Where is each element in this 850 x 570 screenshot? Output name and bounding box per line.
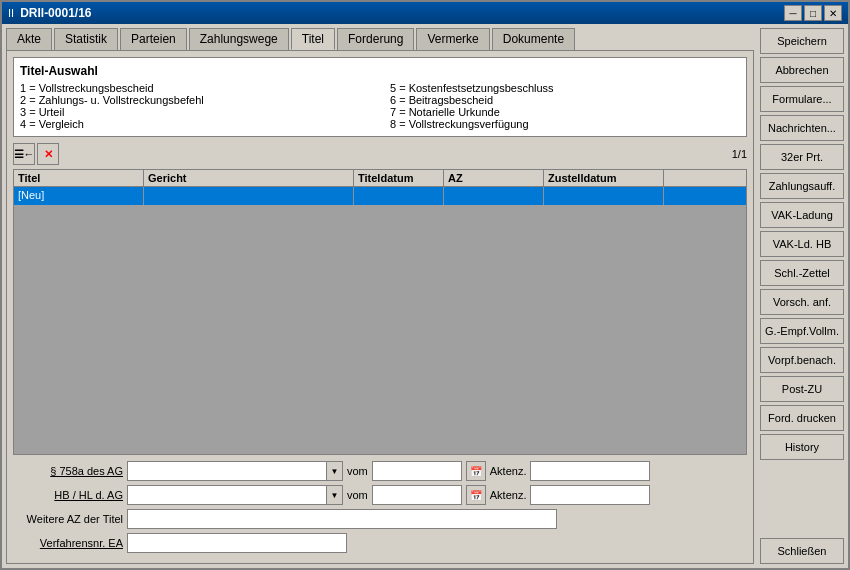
- dropdown-758a[interactable]: ▼: [127, 461, 343, 481]
- maximize-button[interactable]: □: [804, 5, 822, 21]
- tab-statistik[interactable]: Statistik: [54, 28, 118, 50]
- main-window: II DRII-0001/16 ─ □ ✕ Akte Statistik Par…: [0, 0, 850, 570]
- btn-g-empf-vollm[interactable]: G.-Empf.Vollm.: [760, 318, 844, 344]
- auswahl-item-8: 8 = Vollstreckungsverfügung: [390, 118, 740, 130]
- auswahl-item-1: 1 = Vollstreckungsbescheid: [20, 82, 370, 94]
- auswahl-item-5: 5 = Kostenfestsetzungsbeschluss: [390, 82, 740, 94]
- titel-auswahl-grid: 1 = Vollstreckungsbescheid 2 = Zahlungs-…: [20, 82, 740, 130]
- btn-vorpf-benach[interactable]: Vorpf.benach.: [760, 347, 844, 373]
- btn-history[interactable]: History: [760, 434, 844, 460]
- vom-label-1: vom: [347, 465, 368, 477]
- input-758a-vom[interactable]: [372, 461, 462, 481]
- td-az: [444, 187, 544, 205]
- input-758a[interactable]: [127, 461, 327, 481]
- btn-post-zu[interactable]: Post-ZU: [760, 376, 844, 402]
- main-area: Akte Statistik Parteien Zahlungswege Tit…: [2, 24, 758, 568]
- title-bar: II DRII-0001/16 ─ □ ✕: [2, 2, 848, 24]
- auswahl-item-2: 2 = Zahlungs- u. Vollstreckungsbefehl: [20, 94, 370, 106]
- data-table: Titel Gericht Titeldatum AZ Zustelldatum…: [13, 169, 747, 455]
- tab-dokumente[interactable]: Dokumente: [492, 28, 575, 50]
- td-titel: [Neu]: [14, 187, 144, 205]
- th-titeldatum: Titeldatum: [354, 170, 444, 186]
- table-header: Titel Gericht Titeldatum AZ Zustelldatum: [14, 170, 746, 187]
- tab-bar: Akte Statistik Parteien Zahlungswege Tit…: [2, 24, 758, 50]
- dropdown-hb[interactable]: ▼: [127, 485, 343, 505]
- btn-32er-prt[interactable]: 32er Prt.: [760, 144, 844, 170]
- label-758a: § 758a des AG: [13, 465, 123, 477]
- auswahl-item-4: 4 = Vergleich: [20, 118, 370, 130]
- td-titeldatum: [354, 187, 444, 205]
- td-zustelldatum: [544, 187, 664, 205]
- close-button[interactable]: ✕: [824, 5, 842, 21]
- auswahl-item-3: 3 = Urteil: [20, 106, 370, 118]
- auswahl-item-6: 6 = Beitragsbescheid: [390, 94, 740, 106]
- content-area: Akte Statistik Parteien Zahlungswege Tit…: [2, 24, 848, 568]
- auswahl-col-left: 1 = Vollstreckungsbescheid 2 = Zahlungs-…: [20, 82, 370, 130]
- window-title: DRII-0001/16: [20, 6, 91, 20]
- input-hb[interactable]: [127, 485, 327, 505]
- tab-titel[interactable]: Titel: [291, 28, 335, 50]
- auswahl-col-right: 5 = Kostenfestsetzungsbeschluss 6 = Beit…: [390, 82, 740, 130]
- btn-schliessen[interactable]: Schließen: [760, 538, 844, 564]
- bottom-fields: § 758a des AG ▼ vom 📅 Aktenz. HB / HL: [13, 461, 747, 557]
- tab-vermerke[interactable]: Vermerke: [416, 28, 489, 50]
- th-az: AZ: [444, 170, 544, 186]
- td-gericht: [144, 187, 354, 205]
- calendar-btn-2[interactable]: 📅: [466, 485, 486, 505]
- input-weitere-az[interactable]: [127, 509, 557, 529]
- btn-ford-drucken[interactable]: Ford. drucken: [760, 405, 844, 431]
- label-weitere-az: Weitere AZ der Titel: [13, 513, 123, 525]
- table-row[interactable]: [Neu]: [14, 187, 746, 205]
- title-bar-buttons: ─ □ ✕: [784, 5, 842, 21]
- dropdown-758a-arrow[interactable]: ▼: [327, 461, 343, 481]
- btn-zahlungsauff[interactable]: Zahlungsauff.: [760, 173, 844, 199]
- btn-nachrichten[interactable]: Nachrichten...: [760, 115, 844, 141]
- tab-akte[interactable]: Akte: [6, 28, 52, 50]
- label-verfahrensnr: Verfahrensnr. EA: [13, 537, 123, 549]
- btn-schl-zettel[interactable]: Schl.-Zettel: [760, 260, 844, 286]
- right-panel: Speichern Abbrechen Formulare... Nachric…: [758, 24, 848, 568]
- vom-label-2: vom: [347, 489, 368, 501]
- table-body: [Neu]: [14, 187, 746, 454]
- auswahl-item-7: 7 = Notarielle Urkunde: [390, 106, 740, 118]
- btn-vak-ld-hb[interactable]: VAK-Ld. HB: [760, 231, 844, 257]
- tab-forderung[interactable]: Forderung: [337, 28, 414, 50]
- titel-auswahl-title: Titel-Auswahl: [20, 64, 740, 78]
- th-titel: Titel: [14, 170, 144, 186]
- minimize-button[interactable]: ─: [784, 5, 802, 21]
- input-hb-vom[interactable]: [372, 485, 462, 505]
- input-hb-aktenz[interactable]: [530, 485, 650, 505]
- tab-content: Titel-Auswahl 1 = Vollstreckungsbescheid…: [6, 50, 754, 564]
- th-zustelldatum: Zustelldatum: [544, 170, 664, 186]
- tab-parteien[interactable]: Parteien: [120, 28, 187, 50]
- btn-abbrechen[interactable]: Abbrechen: [760, 57, 844, 83]
- aktenz-label-1: Aktenz.: [490, 465, 527, 477]
- field-row-weitere-az: Weitere AZ der Titel: [13, 509, 747, 529]
- field-row-verfahrensnr: Verfahrensnr. EA: [13, 533, 747, 553]
- window-icon: II: [8, 7, 14, 19]
- aktenz-label-2: Aktenz.: [490, 489, 527, 501]
- input-758a-aktenz[interactable]: [530, 461, 650, 481]
- field-row-hb: HB / HL d. AG ▼ vom 📅 Aktenz.: [13, 485, 747, 505]
- tab-zahlungswege[interactable]: Zahlungswege: [189, 28, 289, 50]
- calendar-btn-1[interactable]: 📅: [466, 461, 486, 481]
- btn-formulare[interactable]: Formulare...: [760, 86, 844, 112]
- th-gericht: Gericht: [144, 170, 354, 186]
- input-verfahrensnr[interactable]: [127, 533, 347, 553]
- title-bar-left: II DRII-0001/16: [8, 6, 92, 20]
- table-toolbar: ☰← ✕ 1/1: [13, 143, 747, 165]
- page-indicator: 1/1: [732, 148, 747, 160]
- delete-record-button[interactable]: ✕: [37, 143, 59, 165]
- field-row-758a: § 758a des AG ▼ vom 📅 Aktenz.: [13, 461, 747, 481]
- dropdown-hb-arrow[interactable]: ▼: [327, 485, 343, 505]
- btn-speichern[interactable]: Speichern: [760, 28, 844, 54]
- add-record-button[interactable]: ☰←: [13, 143, 35, 165]
- btn-vak-ladung[interactable]: VAK-Ladung: [760, 202, 844, 228]
- titel-auswahl-box: Titel-Auswahl 1 = Vollstreckungsbescheid…: [13, 57, 747, 137]
- btn-vorsch-anf[interactable]: Vorsch. anf.: [760, 289, 844, 315]
- label-hb: HB / HL d. AG: [13, 489, 123, 501]
